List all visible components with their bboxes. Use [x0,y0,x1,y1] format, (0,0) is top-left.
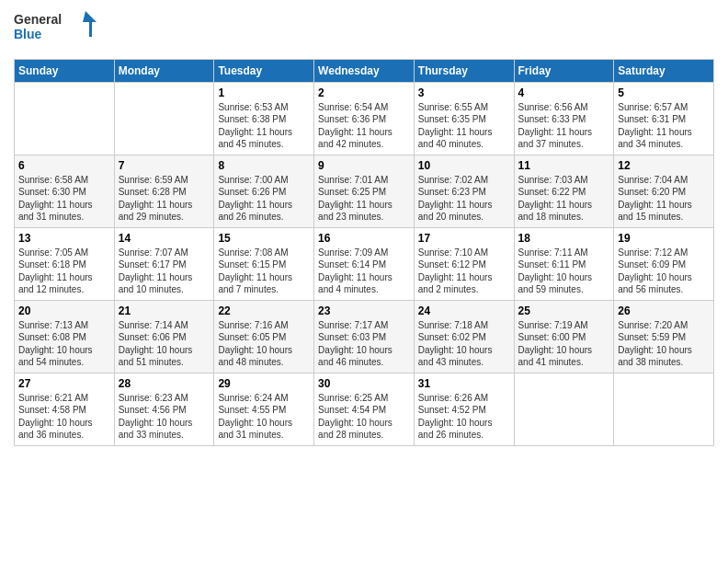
day-number: 31 [418,377,510,390]
day-info: Sunrise: 7:02 AM Sunset: 6:23 PM Dayligh… [418,174,510,224]
calendar-header-row: SundayMondayTuesdayWednesdayThursdayFrid… [15,59,714,82]
calendar-cell: 31Sunrise: 6:26 AM Sunset: 4:52 PM Dayli… [414,373,514,445]
day-number: 17 [418,232,510,245]
day-number: 7 [119,159,210,172]
calendar-cell: 19Sunrise: 7:12 AM Sunset: 6:09 PM Dayli… [614,227,714,300]
calendar-cell: 15Sunrise: 7:08 AM Sunset: 6:15 PM Dayli… [214,227,314,300]
calendar-cell: 1Sunrise: 6:53 AM Sunset: 6:38 PM Daylig… [214,82,314,155]
calendar-cell [514,373,614,445]
day-number: 23 [318,304,410,317]
day-info: Sunrise: 7:11 AM Sunset: 6:11 PM Dayligh… [518,247,610,296]
calendar-cell: 3Sunrise: 6:55 AM Sunset: 6:35 PM Daylig… [414,82,514,155]
day-info: Sunrise: 7:09 AM Sunset: 6:14 PM Dayligh… [318,247,410,296]
calendar-cell: 28Sunrise: 6:23 AM Sunset: 4:56 PM Dayli… [114,373,214,445]
calendar-table: SundayMondayTuesdayWednesdayThursdayFrid… [14,59,714,446]
calendar-cell: 14Sunrise: 7:07 AM Sunset: 6:17 PM Dayli… [114,227,214,300]
day-info: Sunrise: 7:12 AM Sunset: 6:09 PM Dayligh… [618,247,710,296]
calendar-cell: 18Sunrise: 7:11 AM Sunset: 6:11 PM Dayli… [514,227,614,300]
calendar-day-header: Monday [114,59,214,82]
day-info: Sunrise: 6:53 AM Sunset: 6:38 PM Dayligh… [218,101,310,151]
day-number: 29 [218,377,310,390]
logo: General Blue [14,9,97,52]
day-info: Sunrise: 6:56 AM Sunset: 6:33 PM Dayligh… [518,101,610,151]
day-info: Sunrise: 7:14 AM Sunset: 6:06 PM Dayligh… [119,319,210,369]
day-info: Sunrise: 6:25 AM Sunset: 4:54 PM Dayligh… [318,392,410,442]
svg-marker-2 [83,11,97,37]
day-info: Sunrise: 7:08 AM Sunset: 6:15 PM Dayligh… [218,247,310,296]
day-number: 15 [218,232,310,245]
day-info: Sunrise: 7:20 AM Sunset: 5:59 PM Dayligh… [618,319,710,369]
day-number: 19 [618,232,710,245]
day-info: Sunrise: 6:55 AM Sunset: 6:35 PM Dayligh… [418,101,510,151]
calendar-cell: 22Sunrise: 7:16 AM Sunset: 6:05 PM Dayli… [214,300,314,373]
calendar-cell: 21Sunrise: 7:14 AM Sunset: 6:06 PM Dayli… [114,300,214,373]
day-number: 25 [518,304,610,317]
main-container: General Blue SundayMondayTuesdayWednesda… [0,0,728,455]
day-number: 28 [119,377,210,390]
calendar-day-header: Friday [514,59,614,82]
calendar-cell: 27Sunrise: 6:21 AM Sunset: 4:58 PM Dayli… [15,373,115,445]
day-number: 8 [218,159,310,172]
day-info: Sunrise: 7:17 AM Sunset: 6:03 PM Dayligh… [318,319,410,369]
calendar-cell [614,373,714,445]
day-number: 12 [618,159,710,172]
day-number: 6 [18,159,110,172]
calendar-cell: 10Sunrise: 7:02 AM Sunset: 6:23 PM Dayli… [414,155,514,227]
logo-text: General Blue [14,9,97,52]
calendar-cell: 24Sunrise: 7:18 AM Sunset: 6:02 PM Dayli… [414,300,514,373]
day-info: Sunrise: 7:13 AM Sunset: 6:08 PM Dayligh… [18,319,110,369]
calendar-cell: 12Sunrise: 7:04 AM Sunset: 6:20 PM Dayli… [614,155,714,227]
day-info: Sunrise: 7:07 AM Sunset: 6:17 PM Dayligh… [119,247,210,296]
day-info: Sunrise: 6:58 AM Sunset: 6:30 PM Dayligh… [18,174,110,224]
day-number: 13 [18,232,110,245]
calendar-week-row: 27Sunrise: 6:21 AM Sunset: 4:58 PM Dayli… [15,373,714,445]
calendar-cell: 13Sunrise: 7:05 AM Sunset: 6:18 PM Dayli… [15,227,115,300]
calendar-cell: 25Sunrise: 7:19 AM Sunset: 6:00 PM Dayli… [514,300,614,373]
day-info: Sunrise: 7:10 AM Sunset: 6:12 PM Dayligh… [418,247,510,296]
calendar-cell: 23Sunrise: 7:17 AM Sunset: 6:03 PM Dayli… [314,300,415,373]
day-number: 20 [18,304,110,317]
day-info: Sunrise: 6:54 AM Sunset: 6:36 PM Dayligh… [318,101,410,151]
calendar-day-header: Thursday [414,59,514,82]
day-info: Sunrise: 6:23 AM Sunset: 4:56 PM Dayligh… [119,392,210,442]
day-info: Sunrise: 6:59 AM Sunset: 6:28 PM Dayligh… [119,174,210,224]
day-info: Sunrise: 7:05 AM Sunset: 6:18 PM Dayligh… [18,247,110,296]
calendar-cell: 2Sunrise: 6:54 AM Sunset: 6:36 PM Daylig… [314,82,415,155]
day-info: Sunrise: 6:26 AM Sunset: 4:52 PM Dayligh… [418,392,510,442]
calendar-day-header: Saturday [614,59,714,82]
day-info: Sunrise: 7:16 AM Sunset: 6:05 PM Dayligh… [218,319,310,369]
day-number: 18 [518,232,610,245]
day-number: 24 [418,304,510,317]
calendar-cell: 4Sunrise: 6:56 AM Sunset: 6:33 PM Daylig… [514,82,614,155]
calendar-cell: 29Sunrise: 6:24 AM Sunset: 4:55 PM Dayli… [214,373,314,445]
day-info: Sunrise: 6:21 AM Sunset: 4:58 PM Dayligh… [18,392,110,442]
day-number: 3 [418,86,510,99]
calendar-cell: 6Sunrise: 6:58 AM Sunset: 6:30 PM Daylig… [15,155,115,227]
svg-text:General: General [14,12,62,27]
day-info: Sunrise: 7:19 AM Sunset: 6:00 PM Dayligh… [518,319,610,369]
day-number: 10 [418,159,510,172]
calendar-cell: 26Sunrise: 7:20 AM Sunset: 5:59 PM Dayli… [614,300,714,373]
header: General Blue [14,9,714,52]
day-number: 9 [318,159,410,172]
day-number: 26 [618,304,710,317]
calendar-day-header: Sunday [15,59,115,82]
logo-svg: General Blue [14,9,97,48]
calendar-week-row: 13Sunrise: 7:05 AM Sunset: 6:18 PM Dayli… [15,227,714,300]
calendar-cell: 11Sunrise: 7:03 AM Sunset: 6:22 PM Dayli… [514,155,614,227]
calendar-cell: 30Sunrise: 6:25 AM Sunset: 4:54 PM Dayli… [314,373,415,445]
day-number: 1 [218,86,310,99]
day-info: Sunrise: 7:04 AM Sunset: 6:20 PM Dayligh… [618,174,710,224]
day-info: Sunrise: 7:01 AM Sunset: 6:25 PM Dayligh… [318,174,410,224]
calendar-week-row: 1Sunrise: 6:53 AM Sunset: 6:38 PM Daylig… [15,82,714,155]
calendar-cell [15,82,115,155]
day-info: Sunrise: 7:03 AM Sunset: 6:22 PM Dayligh… [518,174,610,224]
day-number: 4 [518,86,610,99]
calendar-cell: 16Sunrise: 7:09 AM Sunset: 6:14 PM Dayli… [314,227,415,300]
calendar-cell: 20Sunrise: 7:13 AM Sunset: 6:08 PM Dayli… [15,300,115,373]
day-number: 30 [318,377,410,390]
day-number: 27 [18,377,110,390]
day-number: 21 [119,304,210,317]
calendar-cell: 8Sunrise: 7:00 AM Sunset: 6:26 PM Daylig… [214,155,314,227]
day-info: Sunrise: 6:24 AM Sunset: 4:55 PM Dayligh… [218,392,310,442]
